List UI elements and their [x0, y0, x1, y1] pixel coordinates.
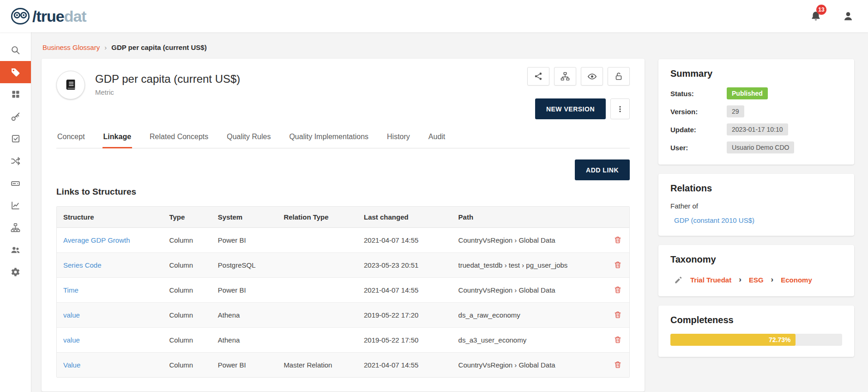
- gear-icon: [11, 267, 20, 277]
- system-cell: Athena: [211, 303, 277, 328]
- status-label: Status:: [670, 90, 727, 98]
- sidebar-item-data-sources[interactable]: [0, 172, 31, 194]
- more-actions-button[interactable]: [610, 98, 630, 119]
- breadcrumb-business-glossary[interactable]: Business Glossary: [42, 43, 100, 51]
- system-cell: PostgreSQL: [211, 253, 277, 278]
- tab-audit[interactable]: Audit: [428, 127, 446, 148]
- taxonomy-title: Taxonomy: [670, 254, 842, 265]
- share-button[interactable]: [527, 67, 549, 86]
- tab-history[interactable]: History: [386, 127, 411, 148]
- type-cell: Column: [163, 228, 211, 253]
- sidebar-item-users[interactable]: [0, 239, 31, 261]
- sidebar-item-dashboards[interactable]: [0, 83, 31, 105]
- last-changed-cell: 2021-04-07 14:55: [357, 278, 452, 303]
- relation-kind-label: Father of: [670, 202, 842, 210]
- structure-link[interactable]: Series Code: [63, 261, 102, 269]
- delete-link-button[interactable]: [613, 360, 623, 370]
- table-row: value Column Athena 2019-05-22 17:20 ds_…: [57, 303, 629, 328]
- sidebar-item-analytics[interactable]: [0, 194, 31, 216]
- concept-type-label: Metric: [95, 88, 240, 96]
- system-cell: Power BI: [211, 278, 277, 303]
- tab-linkage[interactable]: Linkage: [102, 127, 132, 148]
- relations-card: Relations Father of GDP (constant 2010 U…: [658, 174, 854, 236]
- table-row: Value Column Power BI Master Relation 20…: [57, 353, 629, 378]
- completeness-percent: 72.73%: [769, 336, 790, 343]
- tab-concept[interactable]: Concept: [56, 127, 86, 148]
- hierarchy-button[interactable]: [554, 67, 576, 86]
- last-changed-cell: 2019-05-22 17:50: [357, 328, 452, 353]
- system-cell: Power BI: [211, 353, 277, 378]
- check-square-icon: [11, 134, 20, 143]
- sidebar-item-glossary[interactable]: [0, 61, 31, 83]
- delete-link-button[interactable]: [613, 260, 623, 270]
- path-cell: ds_a_raw_economy: [452, 303, 606, 328]
- shuffle-icon: [11, 156, 20, 166]
- delete-link-button[interactable]: [613, 235, 623, 245]
- table-row: Average GDP Growth Column Power BI 2021-…: [57, 228, 629, 253]
- hierarchy-icon: [561, 72, 570, 81]
- chart-icon: [11, 201, 20, 210]
- breadcrumb-separator: ›: [104, 43, 107, 51]
- sidebar-item-lineage[interactable]: [0, 150, 31, 172]
- tab-quality-rules[interactable]: Quality Rules: [226, 127, 271, 148]
- summary-title: Summary: [670, 68, 842, 79]
- type-cell: Column: [163, 278, 211, 303]
- pencil-icon[interactable]: [674, 276, 683, 284]
- table-row: Time Column Power BI 2021-04-07 14:55 Co…: [57, 278, 629, 303]
- concept-avatar: [56, 71, 85, 99]
- concept-card: GDP per capita (current US$) Metric: [42, 59, 645, 392]
- eye-icon: [587, 72, 597, 81]
- path-cell: truedat_testdb › test › pg_user_jobs: [452, 253, 606, 278]
- tab-quality-implementations[interactable]: Quality Implementations: [288, 127, 369, 148]
- col-structure: Structure: [57, 207, 163, 228]
- new-version-button[interactable]: NEW VERSION: [535, 98, 606, 119]
- table-row: value Column Athena 2019-05-22 17:50 ds_…: [57, 328, 629, 353]
- structure-link[interactable]: Average GDP Growth: [63, 236, 130, 244]
- tab-related-concepts[interactable]: Related Concepts: [149, 127, 209, 148]
- user-menu-button[interactable]: [842, 10, 854, 22]
- watch-button[interactable]: [581, 67, 603, 86]
- sidebar-item-access[interactable]: [0, 105, 31, 128]
- unlock-icon: [614, 72, 623, 81]
- right-sidebar: Summary Status: Published Version: 29 Up…: [658, 59, 854, 392]
- sidebar-item-quality[interactable]: [0, 128, 31, 150]
- taxonomy-domain-link[interactable]: Economy: [781, 276, 812, 284]
- relation-concept-link[interactable]: GDP (constant 2010 US$): [674, 216, 754, 224]
- trash-icon: [614, 236, 622, 244]
- type-cell: Column: [163, 353, 211, 378]
- structure-link[interactable]: value: [63, 311, 80, 319]
- relation-type-cell: [277, 253, 357, 278]
- owl-logo-icon: [10, 7, 30, 25]
- notifications-button[interactable]: 13: [810, 10, 822, 22]
- taxonomy-separator: ›: [739, 275, 741, 284]
- col-type: Type: [163, 207, 211, 228]
- structure-link[interactable]: Time: [63, 286, 78, 294]
- users-icon: [11, 245, 20, 255]
- delete-link-button[interactable]: [613, 310, 623, 320]
- path-cell: CountryVsRegion › Global Data: [452, 228, 606, 253]
- relation-type-cell: [277, 328, 357, 353]
- taxonomy-domain-link[interactable]: Trial Truedat: [690, 276, 731, 284]
- delete-link-button[interactable]: [613, 285, 623, 295]
- links-table: Structure Type System Relation Type Last…: [56, 206, 630, 378]
- search-icon: [11, 45, 20, 55]
- completeness-bar: 72.73%: [670, 334, 842, 346]
- sidebar-item-settings[interactable]: [0, 261, 31, 283]
- add-link-button[interactable]: ADD LINK: [575, 159, 630, 180]
- structure-link[interactable]: Value: [63, 361, 80, 369]
- col-relation-type: Relation Type: [277, 207, 357, 228]
- trash-icon: [614, 361, 622, 369]
- concept-tabs: Concept Linkage Related Concepts Quality…: [56, 127, 630, 148]
- relation-type-cell: [277, 228, 357, 253]
- structure-link[interactable]: value: [63, 336, 80, 344]
- unlock-button[interactable]: [608, 67, 630, 86]
- taxonomy-domain-link[interactable]: ESG: [749, 276, 764, 284]
- sidebar-item-structures[interactable]: [0, 216, 31, 239]
- relations-title: Relations: [670, 183, 842, 194]
- delete-link-button[interactable]: [613, 335, 623, 345]
- sidebar-item-search[interactable]: [0, 39, 31, 61]
- tag-icon: [11, 67, 20, 77]
- table-header-row: Structure Type System Relation Type Last…: [57, 207, 629, 228]
- brand-logo[interactable]: /truedat: [10, 7, 86, 25]
- update-label: Update:: [670, 126, 727, 134]
